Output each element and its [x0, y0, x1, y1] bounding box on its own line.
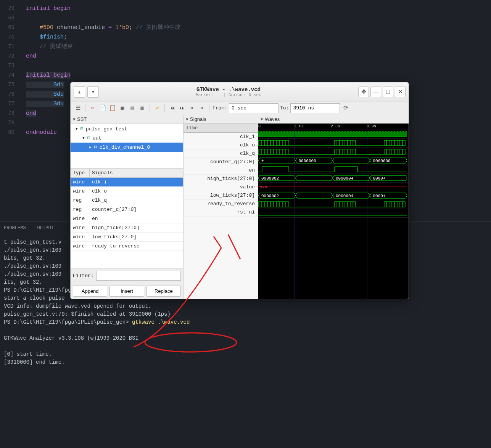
signal-name[interactable]: Time: [184, 124, 258, 133]
svg-text:0000002: 0000002: [261, 176, 279, 181]
filter-input[interactable]: [96, 271, 181, 281]
undo-icon[interactable]: ↶: [153, 104, 161, 112]
signal-row[interactable]: wireclk_i: [71, 178, 183, 187]
wave-row[interactable]: +00000000000000: [258, 156, 409, 165]
signal-name[interactable]: counter_q[27:0]: [184, 158, 258, 166]
signal-row[interactable]: wireen: [71, 214, 183, 223]
nav-down-button[interactable]: ▾: [87, 86, 99, 98]
last-icon[interactable]: ⏭: [178, 104, 186, 112]
first-icon[interactable]: ⏮: [168, 104, 176, 112]
wave-row[interactable]: xxx: [258, 183, 409, 191]
signal-name[interactable]: clk_q: [184, 149, 258, 158]
svg-text:0000+: 0000+: [373, 176, 386, 181]
wave-row[interactable]: [258, 148, 409, 156]
move-icon[interactable]: ✥: [358, 87, 369, 97]
wave-row[interactable]: [258, 209, 409, 218]
svg-text:0000002: 0000002: [261, 194, 279, 198]
signals-table[interactable]: Type Signals wireclk_iwireclk_oregclk_qr…: [71, 169, 183, 268]
svg-text:0000004: 0000004: [336, 194, 354, 198]
signal-name[interactable]: clk_i: [184, 133, 258, 141]
tool-icon[interactable]: ▥: [138, 104, 146, 112]
signal-name[interactable]: en: [184, 166, 258, 175]
signal-name[interactable]: rst_ni: [184, 208, 258, 217]
reload-icon[interactable]: ⟳: [341, 104, 350, 112]
signals-list[interactable]: Timeclk_iclk_oclk_qcounter_q[27:0]enhigh…: [184, 124, 258, 299]
tool-icon[interactable]: ▤: [128, 104, 137, 112]
signal-name[interactable]: high_ticks[27:0]: [184, 175, 258, 183]
waveform-canvas[interactable]: 01 us2 us3 us+00000000000000000000200000…: [258, 124, 409, 299]
signal-row[interactable]: regcounter_q[27:0]: [71, 205, 183, 214]
wave-row[interactable]: [258, 165, 409, 174]
to-input[interactable]: [290, 103, 340, 113]
wave-row[interactable]: 000000200000040000+: [258, 191, 409, 200]
nav-up-button[interactable]: ▴: [74, 86, 85, 98]
waves-panel-header: Waves: [258, 115, 409, 124]
panel-tab[interactable]: PROBLEMS: [4, 225, 26, 231]
signal-row[interactable]: wireclk_o: [71, 187, 183, 196]
from-input[interactable]: [229, 103, 279, 113]
cut-icon[interactable]: ✂: [89, 104, 97, 112]
tool-icon[interactable]: ▦: [118, 104, 127, 112]
window-subtitle: Marker: -- | Cursor: 0 sec: [99, 93, 358, 97]
signal-name[interactable]: ready_to_reverse: [184, 200, 258, 208]
svg-text:0000004: 0000004: [336, 176, 354, 181]
toolbar: ☰ ✂ 📄 📋 ▦ ▤ ▥ ↶ ⏮ ⏭ « » From: To: ⟳: [71, 101, 409, 115]
prev-icon[interactable]: «: [188, 104, 196, 112]
type-header[interactable]: Type: [71, 169, 90, 177]
panel-tab[interactable]: OUTPUT: [37, 225, 54, 231]
gtkwave-window: ▴ ▾ GTKWave - .\wave.vcd Marker: -- | Cu…: [70, 82, 409, 299]
signal-name[interactable]: low_ticks[27:0]: [184, 191, 258, 200]
signal-row[interactable]: wireready_to_reverse: [71, 242, 183, 251]
paste-icon[interactable]: 📋: [108, 104, 117, 112]
filter-label: Filter:: [73, 273, 94, 279]
signal-row[interactable]: regclk_q: [71, 196, 183, 205]
titlebar[interactable]: ▴ ▾ GTKWave - .\wave.vcd Marker: -- | Cu…: [71, 82, 409, 101]
svg-text:0000+: 0000+: [373, 194, 386, 198]
signal-name[interactable]: value: [184, 183, 258, 191]
replace-button[interactable]: Replace: [146, 286, 181, 297]
wave-row[interactable]: [258, 139, 409, 148]
signal-name[interactable]: clk_o: [184, 141, 258, 149]
hierarchy-tree[interactable]: ▾⊟pulse_gen_test▾⊟uut▸⊟clk_div_channel_0: [71, 124, 183, 153]
svg-text:0000000: 0000000: [373, 159, 391, 163]
sst-header[interactable]: SST: [71, 115, 183, 124]
tree-item[interactable]: ▾⊟uut: [71, 133, 183, 143]
tree-item[interactable]: ▾⊟pulse_gen_test: [71, 124, 183, 133]
svg-text:0000000: 0000000: [299, 159, 316, 163]
wave-row[interactable]: 000000200000040000+: [258, 174, 409, 183]
append-button[interactable]: Append: [73, 286, 107, 297]
copy-icon[interactable]: 📄: [98, 104, 107, 112]
to-label: To:: [280, 105, 289, 111]
maximize-button[interactable]: □: [383, 87, 393, 97]
signals-header[interactable]: Signals: [90, 169, 183, 177]
insert-button[interactable]: Insert: [109, 286, 144, 297]
close-button[interactable]: ✕: [395, 87, 406, 97]
wave-row[interactable]: [258, 130, 409, 139]
next-icon[interactable]: »: [198, 104, 206, 112]
signal-row[interactable]: wirehigh_ticks[27:0]: [71, 223, 183, 233]
tree-item[interactable]: ▸⊟clk_div_channel_0: [71, 143, 183, 152]
signal-row[interactable]: wirelow_ticks[27:0]: [71, 233, 183, 242]
minimize-button[interactable]: —: [370, 87, 381, 97]
window-title: GTKWave - .\wave.vcd: [99, 87, 358, 93]
line-gutter: 2968697071727374757677787980: [0, 0, 18, 137]
svg-text:xxx: xxx: [260, 185, 267, 189]
signals-panel-header: Signals: [184, 115, 258, 124]
wave-row[interactable]: [258, 200, 409, 209]
menu-icon[interactable]: ☰: [74, 104, 82, 112]
from-label: From:: [212, 105, 227, 111]
svg-text:+: +: [261, 159, 264, 163]
